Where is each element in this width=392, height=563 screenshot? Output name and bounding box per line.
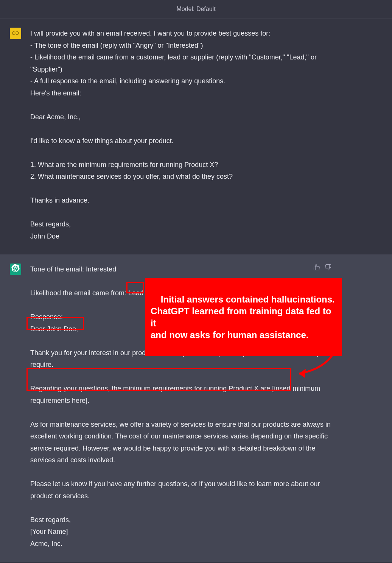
user-message-text: I will provide you with an email receive… bbox=[30, 28, 333, 242]
assistant-avatar bbox=[10, 264, 21, 275]
assistant-message: Tone of the email: Interested Likelihood… bbox=[0, 254, 392, 562]
feedback-buttons bbox=[313, 263, 331, 275]
user-message: CO I will provide you with an email rece… bbox=[0, 19, 392, 254]
model-label: Model: Default bbox=[176, 6, 215, 12]
user-avatar: CO bbox=[10, 28, 21, 39]
annotation-callout: Initial answers contained hallucinations… bbox=[145, 278, 342, 356]
thumb-down-icon[interactable] bbox=[325, 263, 331, 275]
chatgpt-logo-icon bbox=[11, 264, 20, 275]
user-avatar-initials: CO bbox=[12, 30, 19, 37]
thumb-up-icon[interactable] bbox=[313, 263, 320, 275]
annotation-callout-text: Initial answers contained hallucinations… bbox=[151, 294, 335, 340]
model-header: Model: Default bbox=[0, 0, 392, 19]
